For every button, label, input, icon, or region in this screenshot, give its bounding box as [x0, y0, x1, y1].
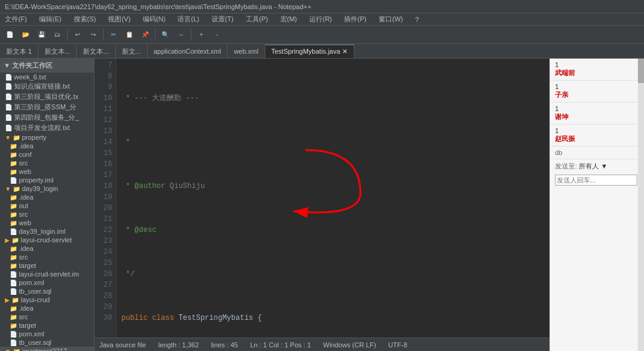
sidebar-item-idea1[interactable]: 📁.idea — [0, 142, 94, 150]
chat-num-2: 1 — [555, 83, 639, 90]
chat-name-4: 赵民振 — [555, 134, 639, 143]
lines-label: lines : 45 — [211, 341, 238, 349]
chat-item-5[interactable]: db — [550, 147, 644, 159]
sidebar-item-third1[interactable]: 📄第三阶段_项目优化.tx — [0, 92, 94, 102]
find-btn[interactable]: 🔍 — [158, 27, 173, 42]
zoom-out-btn[interactable]: - — [210, 27, 224, 42]
menu-run[interactable]: 运行(R) — [307, 14, 334, 24]
sidebar-item-day39-iml[interactable]: 📄day39_login.iml — [0, 227, 94, 236]
sidebar-item-idea4[interactable]: 📁.idea — [0, 304, 94, 313]
tab-bar: 新文本 1 新文本... 新文本... 新文... applicationCon… — [0, 44, 644, 59]
sidebar-item-fourth[interactable]: 📄第四阶段_包服务_分_ — [0, 112, 94, 123]
chat-num-3: 1 — [555, 105, 639, 112]
sidebar-item-out[interactable]: 📁out — [0, 201, 94, 210]
menu-macro[interactable]: 宏(M) — [278, 14, 300, 24]
sidebar-item-zhishi[interactable]: 📄知识点编宣链接.txt — [0, 81, 94, 92]
sidebar-item-tb1[interactable]: 📄tb_user.sql — [0, 287, 94, 295]
send-target[interactable]: 所有人 ▼ — [579, 162, 607, 170]
sidebar-item-web2[interactable]: 📁web — [0, 219, 94, 227]
sidebar-header: ▼ 文件夹工作区 — [0, 59, 94, 73]
sidebar-item-src2[interactable]: 📁src — [0, 210, 94, 219]
cursor-label: Ln : 1 Col : 1 Pos : 1 — [250, 341, 311, 349]
tab-2[interactable]: 新文本... — [38, 45, 77, 58]
menu-search[interactable]: 搜索(S) — [71, 14, 99, 24]
menu-bar: 文件(F) 编辑(E) 搜索(S) 视图(V) 编码(N) 语言(L) 设置(T… — [0, 13, 644, 26]
menu-tools[interactable]: 工具(P) — [243, 14, 271, 24]
main-area: ▼ 文件夹工作区 📄week_6.txt 📄知识点编宣链接.txt 📄第三阶段_… — [0, 59, 644, 351]
tab-webxml[interactable]: web.xml — [227, 45, 265, 58]
tab-4[interactable]: 新文... — [116, 45, 148, 58]
new-file-btn[interactable]: 📄 — [2, 27, 17, 42]
sidebar-item-idea3[interactable]: 📁.idea — [0, 244, 94, 253]
tab-1[interactable]: 新文本 1 — [0, 45, 38, 58]
chat-name-3: 谢坤 — [555, 112, 639, 121]
toolbar: 📄 📂 💾 🗂 ↩ ↪ ✂ 📋 📌 🔍 ↔ + - — [0, 26, 644, 44]
save-all-btn[interactable]: 🗂 — [50, 27, 65, 42]
cut-btn[interactable]: ✂ — [106, 27, 121, 42]
editor: 7 8 9 10 11 12 13 14 15 16 17 18 19 20 2… — [95, 59, 549, 351]
sidebar-item-src1[interactable]: 📁src — [0, 159, 94, 167]
sidebar-item-web1[interactable]: 📁web — [0, 167, 94, 176]
tab-appctx[interactable]: applicationContext.xml — [148, 45, 228, 58]
undo-btn[interactable]: ↩ — [70, 27, 85, 42]
copy-btn[interactable]: 📋 — [122, 27, 137, 42]
tab-testspring[interactable]: TestSpringMybatis.java ✕ — [265, 45, 354, 58]
zoom-in-btn[interactable]: + — [194, 27, 209, 42]
chat-item-3[interactable]: 1 谢坤 — [550, 103, 644, 125]
sidebar-item-property[interactable]: ▼📁property — [0, 133, 94, 142]
chat-item-4[interactable]: 1 赵民振 — [550, 125, 644, 147]
menu-help[interactable]: ? — [413, 15, 421, 24]
chat-panel: 1 武端前 1 子亲 1 谢坤 1 赵民振 db 发送至: 所有人 ▼ — [549, 59, 644, 351]
chat-num-4: 1 — [555, 127, 639, 134]
sidebar-item-idea2[interactable]: 📁.idea — [0, 193, 94, 201]
code-area[interactable]: * --- 大道酬勤 --- * * @author QiuShiju * @d… — [116, 59, 549, 338]
scrollbar-track[interactable] — [638, 59, 644, 351]
chat-item-2[interactable]: 1 子亲 — [550, 81, 644, 103]
sidebar-item-src3[interactable]: 📁src — [0, 253, 94, 261]
menu-language[interactable]: 语言(L) — [175, 14, 201, 24]
sidebar-item-pom2[interactable]: 📄pom.xml — [0, 330, 94, 338]
menu-file[interactable]: 文件(F) — [2, 14, 29, 24]
sidebar: ▼ 文件夹工作区 📄week_6.txt 📄知识点编宣链接.txt 📄第三阶段_… — [0, 59, 95, 351]
sidebar-item-src4[interactable]: 📁src — [0, 313, 94, 321]
redo-btn[interactable]: ↪ — [86, 27, 101, 42]
sidebar-item-day39[interactable]: ▼📁day39_login — [0, 184, 94, 193]
sidebar-item-target2[interactable]: 📁target — [0, 321, 94, 330]
title-text: E:\IDEA-WorkSpace\java2217\day62_spring_… — [5, 3, 311, 10]
sidebar-item-conf[interactable]: 📁conf — [0, 150, 94, 159]
send-input[interactable] — [555, 175, 637, 186]
sidebar-item-week[interactable]: 📄week_6.txt — [0, 73, 94, 81]
sidebar-item-layui-crud[interactable]: ▶📁layui-crud — [0, 295, 94, 304]
paste-btn[interactable]: 📌 — [138, 27, 152, 42]
replace-btn[interactable]: ↔ — [174, 27, 188, 42]
tab-3[interactable]: 新文本... — [77, 45, 115, 58]
menu-view[interactable]: 视图(V) — [106, 14, 133, 24]
menu-settings[interactable]: 设置(T) — [209, 14, 236, 24]
send-to-label: 发送至: 所有人 ▼ — [550, 159, 644, 173]
chat-label-db: db — [555, 149, 639, 156]
open-btn[interactable]: 📂 — [18, 27, 33, 42]
sidebar-item-project[interactable]: 📄项目开发全流程.txt — [0, 123, 94, 133]
scrollbar-thumb[interactable] — [638, 59, 644, 83]
encoding-label: Windows (CR LF) — [323, 341, 376, 349]
save-btn[interactable]: 💾 — [34, 27, 49, 42]
sidebar-item-layui-iml[interactable]: 📄layui-crud-servlet.im — [0, 270, 94, 278]
menu-plugins[interactable]: 插件(P) — [342, 14, 369, 24]
sidebar-item-tb2[interactable]: 📄tb_user.sql — [0, 338, 94, 347]
chat-num-1: 1 — [555, 61, 639, 68]
status-bar: Java source file length : 1,362 lines : … — [95, 338, 549, 351]
sidebar-item-apartment[interactable]: ▼📁apartment2217 — [0, 347, 94, 351]
sidebar-item-property-iml[interactable]: 📄property.iml — [0, 176, 94, 184]
title-bar: E:\IDEA-WorkSpace\java2217\day62_spring_… — [0, 0, 644, 13]
chat-item-1[interactable]: 1 武端前 — [550, 59, 644, 81]
sidebar-item-layui-crud-servlet[interactable]: ▶📁layui-crud-servlet — [0, 236, 94, 244]
menu-edit[interactable]: 编辑(E) — [37, 14, 64, 24]
sidebar-item-third2[interactable]: 📄第三阶段_搭SSM_分 — [0, 102, 94, 112]
line-numbers: 7 8 9 10 11 12 13 14 15 16 17 18 19 20 2… — [95, 59, 116, 338]
sidebar-item-pom1[interactable]: 📄pom.xml — [0, 278, 94, 287]
utf-label: UTF-8 — [388, 341, 407, 349]
chat-name-1: 武端前 — [555, 68, 639, 78]
sidebar-item-target1[interactable]: 📁target — [0, 261, 94, 270]
menu-window[interactable]: 窗口(W) — [376, 14, 406, 24]
menu-encoding[interactable]: 编码(N) — [140, 14, 168, 24]
